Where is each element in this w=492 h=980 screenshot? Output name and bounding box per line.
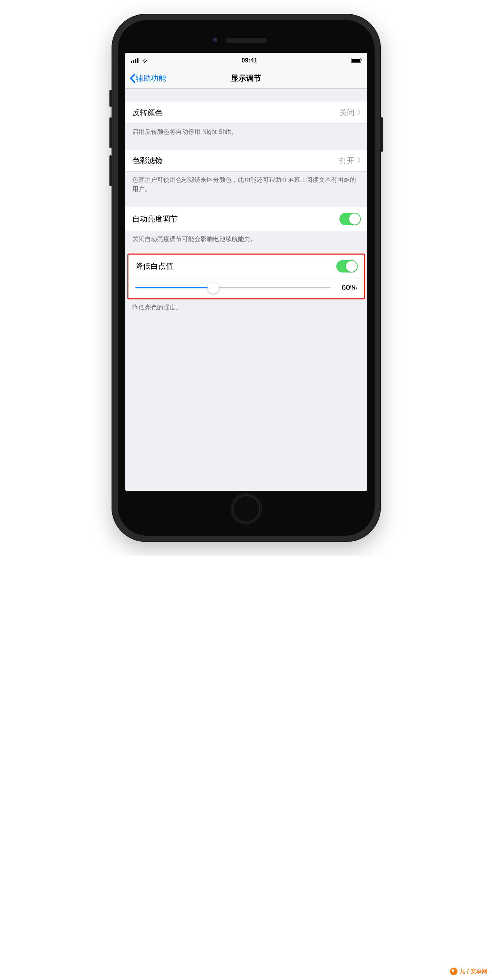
- chevron-left-icon: [129, 73, 136, 83]
- color-filters-footer: 色盲用户可使用色彩滤镜来区分颜色，此功能还可帮助在屏幕上阅读文本有困难的用户。: [125, 172, 367, 194]
- cellular-signal-icon: [131, 58, 139, 63]
- reduce-white-point-footer: 降低亮色的强度。: [125, 299, 367, 312]
- reduce-white-point-row: 降低白点值: [128, 255, 364, 278]
- volume-down-button: [109, 155, 112, 186]
- invert-colors-label: 反转颜色: [132, 108, 163, 118]
- navigation-bar: 辅助功能 显示调节: [125, 68, 367, 89]
- reduce-white-point-switch[interactable]: [336, 260, 358, 272]
- invert-colors-row[interactable]: 反转颜色 关闭: [125, 102, 367, 124]
- status-time: 09:41: [241, 57, 257, 64]
- screen: 09:41 辅助功能 显示调节 反转颜色: [125, 53, 367, 491]
- back-label: 辅助功能: [136, 73, 166, 83]
- color-filters-value: 打开: [339, 156, 355, 166]
- highlight-annotation: 降低白点值 60%: [128, 253, 365, 299]
- invert-colors-value: 关闭: [339, 108, 355, 118]
- invert-colors-footer: 启用反转颜色将自动停用 Night Shift。: [125, 124, 367, 137]
- front-camera: [212, 37, 219, 44]
- chevron-right-icon: [357, 157, 361, 165]
- auto-brightness-switch[interactable]: [339, 213, 361, 225]
- color-filters-row[interactable]: 色彩滤镜 打开: [125, 150, 367, 172]
- reduce-white-point-label: 降低白点值: [135, 261, 173, 272]
- white-point-slider-row: 60%: [128, 278, 364, 298]
- page-title: 显示调节: [231, 73, 261, 83]
- color-filters-label: 色彩滤镜: [132, 156, 163, 166]
- auto-brightness-footer: 关闭自动亮度调节可能会影响电池续航能力。: [125, 231, 367, 244]
- wifi-icon: [141, 57, 148, 64]
- status-bar: 09:41: [125, 53, 367, 68]
- home-button[interactable]: [230, 493, 262, 525]
- slider-thumb[interactable]: [208, 282, 219, 294]
- back-button[interactable]: 辅助功能: [129, 73, 166, 83]
- white-point-value: 60%: [336, 283, 357, 292]
- auto-brightness-row: 自动亮度调节: [125, 207, 367, 231]
- volume-up-button: [109, 117, 112, 148]
- auto-brightness-label: 自动亮度调节: [132, 214, 178, 224]
- mute-switch: [109, 90, 112, 107]
- white-point-slider[interactable]: [135, 287, 331, 288]
- chevron-right-icon: [357, 109, 361, 116]
- power-button: [381, 117, 383, 152]
- speaker-grille: [225, 38, 267, 43]
- phone-frame: 09:41 辅助功能 显示调节 反转颜色: [112, 14, 381, 542]
- battery-icon: [351, 58, 361, 63]
